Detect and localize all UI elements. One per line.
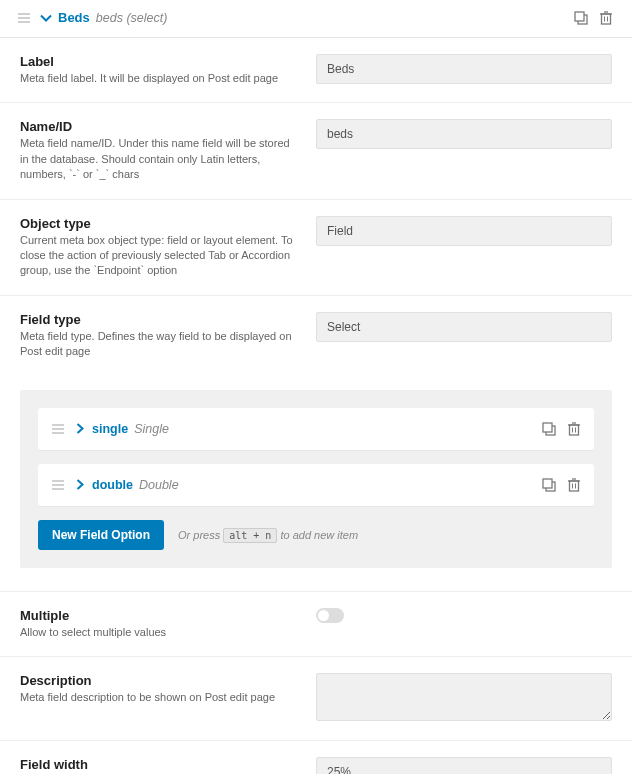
- trash-icon[interactable]: [600, 11, 612, 25]
- svg-rect-24: [543, 479, 552, 488]
- svg-rect-25: [570, 481, 579, 491]
- label-title: Label: [20, 54, 296, 69]
- svg-rect-5: [602, 14, 611, 24]
- option-row[interactable]: double Double: [38, 464, 594, 506]
- object-type-desc: Current meta box object type: field or l…: [20, 233, 296, 279]
- kbd-shortcut: alt + n: [223, 528, 277, 543]
- name-id-input[interactable]: [316, 119, 612, 149]
- row-object-type: Object type Current meta box object type…: [0, 200, 632, 296]
- keyboard-hint: Or press alt + n to add new item: [178, 529, 358, 541]
- svg-rect-4: [575, 12, 584, 21]
- row-field-type: Field type Meta field type. Defines the …: [0, 296, 632, 376]
- svg-rect-14: [543, 423, 552, 432]
- multiple-toggle[interactable]: [316, 608, 344, 623]
- option-label: Single: [134, 422, 169, 436]
- field-subtitle: beds (select): [96, 11, 168, 25]
- multiple-desc: Allow to select multiple values: [20, 625, 296, 640]
- option-row[interactable]: single Single: [38, 408, 594, 450]
- name-id-desc: Meta field name/ID. Under this name fiel…: [20, 136, 296, 182]
- object-type-title: Object type: [20, 216, 296, 231]
- name-id-title: Name/ID: [20, 119, 296, 134]
- copy-icon[interactable]: [542, 478, 556, 492]
- field-title[interactable]: Beds: [58, 10, 90, 25]
- copy-icon[interactable]: [542, 422, 556, 436]
- option-label: Double: [139, 478, 179, 492]
- chevron-right-icon[interactable]: [76, 479, 84, 490]
- row-name-id: Name/ID Meta field name/ID. Under this n…: [0, 103, 632, 199]
- row-multiple: Multiple Allow to select multiple values: [0, 592, 632, 657]
- multiple-title: Multiple: [20, 608, 296, 623]
- field-type-title: Field type: [20, 312, 296, 327]
- field-width-title: Field width: [20, 757, 296, 772]
- field-type-desc: Meta field type. Defines the way field t…: [20, 329, 296, 360]
- description-title: Description: [20, 673, 296, 688]
- drag-handle-icon[interactable]: [52, 424, 64, 434]
- field-width-select[interactable]: [316, 757, 612, 774]
- row-label: Label Meta field label. It will be displ…: [0, 38, 632, 103]
- description-desc: Meta field description to be shown on Po…: [20, 690, 296, 705]
- drag-handle-icon[interactable]: [52, 480, 64, 490]
- chevron-right-icon[interactable]: [76, 423, 84, 434]
- trash-icon[interactable]: [568, 422, 580, 436]
- label-input[interactable]: [316, 54, 612, 84]
- field-options-panel: single Single double Double: [20, 390, 612, 568]
- drag-handle-icon[interactable]: [18, 13, 30, 23]
- field-type-select[interactable]: [316, 312, 612, 342]
- field-header: Beds beds (select): [0, 0, 632, 38]
- new-field-option-button[interactable]: New Field Option: [38, 520, 164, 550]
- row-field-width: Field width Select meta field width from…: [0, 741, 632, 774]
- option-name: single: [92, 422, 128, 436]
- object-type-select[interactable]: [316, 216, 612, 246]
- chevron-down-icon[interactable]: [40, 14, 52, 22]
- description-textarea[interactable]: [316, 673, 612, 721]
- label-desc: Meta field label. It will be displayed o…: [20, 71, 296, 86]
- svg-rect-15: [570, 425, 579, 435]
- option-name: double: [92, 478, 133, 492]
- row-description: Description Meta field description to be…: [0, 657, 632, 741]
- trash-icon[interactable]: [568, 478, 580, 492]
- copy-icon[interactable]: [574, 11, 588, 25]
